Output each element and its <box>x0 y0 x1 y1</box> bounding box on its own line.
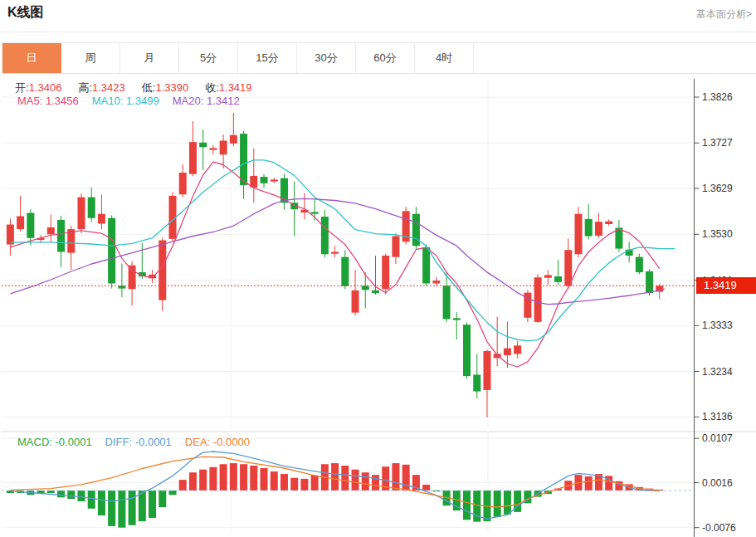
price-tick-label: 1.3727 <box>702 137 733 149</box>
current-price-badge: 1.3419 <box>696 277 756 294</box>
main-axis-ticks <box>695 97 700 417</box>
price-tick-label: 1.3136 <box>702 411 733 422</box>
main-axis-labels: 1.38261.37271.36291.35301.34311.33331.32… <box>702 91 733 422</box>
price-tick-label: 1.3826 <box>702 91 733 103</box>
macd-chart-area[interactable] <box>2 432 694 537</box>
macd-tick-label: 0.0016 <box>702 477 733 489</box>
price-tick-label: 1.3629 <box>702 183 733 194</box>
macd-tick-label: 0.0107 <box>702 432 733 444</box>
macd-axis-ticks <box>695 438 700 528</box>
macd-tick-label: -0.0076 <box>702 522 736 534</box>
main-chart-area[interactable] <box>2 79 694 429</box>
macd-axis-labels: 0.01070.0016-0.0076 <box>702 432 736 534</box>
price-tick-label: 1.3234 <box>702 366 733 378</box>
price-tick-label: 1.3333 <box>702 320 733 331</box>
price-tick-label: 1.3530 <box>702 228 733 240</box>
